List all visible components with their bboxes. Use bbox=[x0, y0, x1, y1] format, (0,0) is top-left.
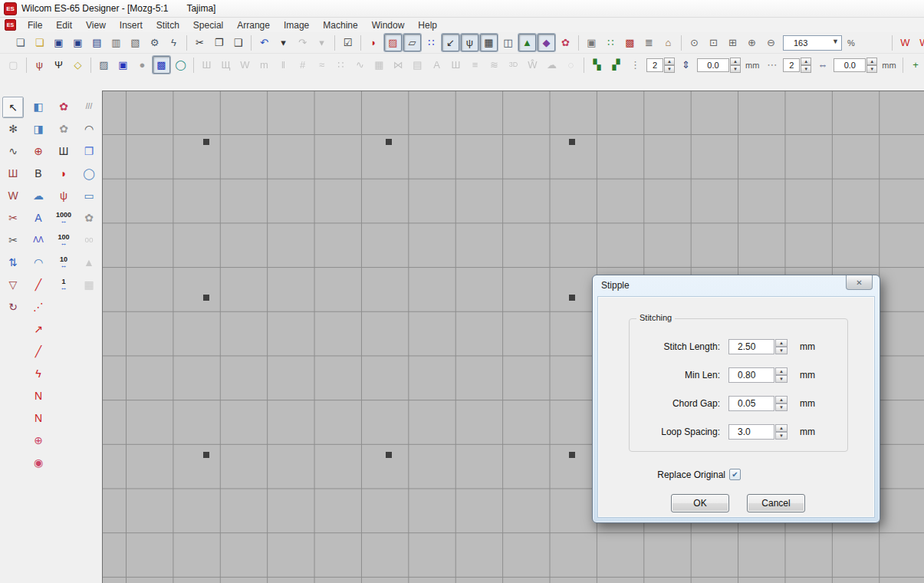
run-stitch-icon[interactable]: ‖ bbox=[275, 56, 292, 74]
color-object-list-icon[interactable]: ▩ bbox=[621, 34, 639, 51]
penetrations-icon[interactable]: ψ bbox=[461, 34, 478, 51]
send-to-stitch-manager-icon[interactable]: W bbox=[896, 34, 914, 51]
reshape-nodes-tool[interactable]: ◨ bbox=[28, 119, 48, 139]
selection-handle[interactable] bbox=[203, 452, 209, 458]
menu-machine[interactable]: Machine bbox=[316, 18, 364, 32]
reshape-tool[interactable]: ◧ bbox=[28, 97, 48, 117]
menu-arrange[interactable]: Arrange bbox=[230, 18, 277, 32]
replace-original-checkbox[interactable]: ✔ bbox=[729, 469, 741, 480]
col-spacing-field-value[interactable]: 0.0 bbox=[834, 58, 866, 72]
field-input[interactable]: 3.0 bbox=[728, 424, 774, 440]
row-spacing-field-down[interactable]: ▼ bbox=[730, 65, 741, 73]
selection-handle[interactable] bbox=[386, 452, 392, 458]
travel-updown-tool[interactable]: ⇅ bbox=[3, 252, 23, 272]
document-menu-icon[interactable]: ES bbox=[5, 19, 16, 31]
satin-column-tool[interactable]: Ш bbox=[54, 141, 74, 161]
applique-tool[interactable]: ☁ bbox=[28, 186, 48, 206]
feather-edge-icon[interactable]: A bbox=[428, 56, 446, 74]
fusion-fill-icon[interactable]: ▣ bbox=[114, 56, 132, 74]
zoom-1to1-icon[interactable]: ⊙ bbox=[686, 34, 703, 51]
fill-hatch-icon[interactable]: ▨ bbox=[384, 34, 402, 51]
needle-spacing-tool[interactable]: ψ bbox=[54, 186, 74, 206]
stem-stitch-icon[interactable]: ∿ bbox=[351, 56, 369, 74]
monogram-tool[interactable]: ✿ bbox=[79, 208, 99, 228]
copy-icon[interactable]: ❐ bbox=[210, 34, 228, 51]
satin-sample-icon[interactable]: ◗ bbox=[365, 34, 383, 51]
close-icon[interactable]: ✕ bbox=[846, 275, 873, 290]
stipple-fill-icon[interactable]: ▩ bbox=[153, 56, 170, 74]
knife-tool[interactable]: ❐ bbox=[79, 141, 99, 161]
save-design-icon[interactable]: ▣ bbox=[50, 34, 67, 51]
grid-toggle-icon[interactable]: ▦ bbox=[480, 34, 498, 51]
menu-insert[interactable]: Insert bbox=[113, 18, 150, 32]
lattice-fill-icon[interactable]: ⋈ bbox=[390, 56, 407, 74]
flexi-split-icon[interactable]: ≈ bbox=[313, 56, 330, 74]
mirror-flower-tool[interactable]: ✿ bbox=[54, 97, 74, 117]
menu-image[interactable]: Image bbox=[277, 18, 316, 32]
stitch-list-icon[interactable]: ≣ bbox=[640, 34, 658, 51]
mirror-merge-v-icon[interactable]: ▞ bbox=[607, 56, 625, 74]
team-names-tool[interactable]: ΛΛ bbox=[28, 230, 48, 250]
hoop-icon[interactable]: ▢ bbox=[5, 56, 22, 74]
field-input[interactable]: 0.05 bbox=[728, 396, 774, 411]
motif-run-icon[interactable]: m bbox=[255, 56, 273, 74]
open-path-tool[interactable]: N bbox=[28, 386, 48, 406]
travel-10-tool[interactable]: 10↔ bbox=[54, 252, 74, 272]
hoop-template-icon[interactable]: ◫ bbox=[499, 34, 517, 51]
menu-special[interactable]: Special bbox=[186, 18, 230, 32]
mirror-rows-spin-up[interactable]: ▲ bbox=[664, 58, 675, 65]
design-properties-icon[interactable]: ⌂ bbox=[659, 34, 677, 51]
menu-edit[interactable]: Edit bbox=[49, 18, 79, 32]
selection-handle[interactable] bbox=[386, 139, 392, 145]
background-image-tool[interactable]: ▲ bbox=[79, 252, 99, 272]
wreath-points-icon[interactable]: + bbox=[907, 56, 924, 74]
zoom-factor-icon[interactable]: ⊞ bbox=[724, 34, 742, 51]
outline-design-icon[interactable]: ◯ bbox=[172, 56, 189, 74]
show-vectors-icon[interactable]: ◆ bbox=[538, 34, 555, 51]
add-node-icon[interactable]: ◇ bbox=[69, 56, 87, 74]
overview-window-icon[interactable]: ▣ bbox=[583, 34, 600, 51]
row-spacing-field-value[interactable]: 0.0 bbox=[697, 58, 729, 72]
array-cols-icon[interactable]: ⋯ bbox=[763, 56, 781, 74]
cap-frame-tool[interactable]: ◠ bbox=[28, 252, 48, 272]
filled-path-tool[interactable]: N bbox=[28, 408, 48, 428]
selection-handle[interactable] bbox=[203, 139, 209, 145]
zoom-in-icon[interactable]: ⊕ bbox=[743, 34, 761, 51]
zoom-level-combo[interactable]: 163▼ bbox=[783, 35, 842, 51]
cut-travel-tool[interactable]: ✂ bbox=[3, 230, 23, 250]
sewing-machine-icon[interactable]: ⚙ bbox=[146, 34, 163, 51]
cut-icon[interactable]: ✂ bbox=[191, 34, 209, 51]
stitch-angle-tool[interactable]: Ш bbox=[3, 163, 23, 183]
satin-stitch-icon[interactable]: Ш bbox=[198, 56, 215, 74]
menu-file[interactable]: File bbox=[21, 18, 49, 32]
travel-100-tool[interactable]: 100↔ bbox=[54, 230, 74, 250]
spin-up[interactable]: ▲ bbox=[775, 396, 788, 403]
redo-icon[interactable]: ↷ bbox=[294, 34, 311, 51]
rectangle-tool[interactable]: ▭ bbox=[79, 186, 99, 206]
vertex-select-tool[interactable]: ∿ bbox=[3, 141, 23, 161]
needle-point-edit-icon[interactable]: ψ bbox=[31, 56, 48, 74]
lasso-select-tool[interactable]: ✻ bbox=[3, 119, 23, 139]
pointer-mode-icon[interactable]: ↙ bbox=[442, 34, 459, 51]
tatami-fill-icon[interactable]: # bbox=[294, 56, 311, 74]
parallel-lines-tool[interactable]: /// bbox=[79, 97, 99, 117]
selection-handle[interactable] bbox=[569, 139, 575, 145]
e-stitch-icon[interactable]: Щ bbox=[217, 56, 235, 74]
field-input[interactable]: 2.50 bbox=[728, 339, 774, 354]
paste-icon[interactable]: ❑ bbox=[229, 34, 247, 51]
browse-tool[interactable]: oo bbox=[79, 230, 99, 250]
florentine-fill-icon[interactable]: Ŵ bbox=[524, 56, 541, 74]
selection-handle[interactable] bbox=[569, 452, 575, 458]
column-fill-icon[interactable]: ≡ bbox=[466, 56, 484, 74]
zigzag-run-tool[interactable]: ϟ bbox=[28, 364, 48, 384]
orbit-tool[interactable]: ↻ bbox=[3, 297, 23, 317]
lettering-tool[interactable]: A bbox=[28, 208, 48, 228]
print-preview-icon[interactable]: ▧ bbox=[127, 34, 144, 51]
write-to-machine-icon[interactable]: ▤ bbox=[88, 34, 106, 51]
select-options-icon[interactable]: ☑ bbox=[339, 34, 357, 51]
col-spacing-field-up[interactable]: ▲ bbox=[866, 58, 877, 65]
select-tool[interactable]: ↖ bbox=[2, 97, 24, 118]
run-line-tool[interactable]: ╱ bbox=[28, 275, 48, 295]
col-spacing-icon[interactable]: ⇔ bbox=[814, 56, 831, 74]
mirror-cols-spin-value[interactable]: 2 bbox=[783, 58, 800, 72]
